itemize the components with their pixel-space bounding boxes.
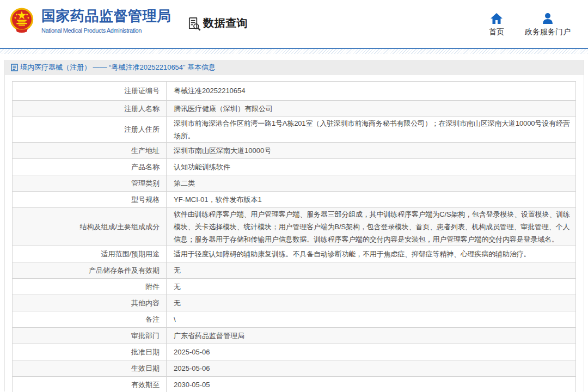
user-icon bbox=[542, 13, 554, 24]
nav-gov-portal[interactable]: 政务服务门户 bbox=[525, 13, 571, 37]
table-row: 结构及组成/主要组成成分软件由训练程序客户端、用户管理客户端、服务器三部分组成，… bbox=[13, 208, 576, 246]
row-value: 深圳市南山区深南大道10000号 bbox=[167, 143, 576, 159]
row-label: 产品名称 bbox=[13, 159, 167, 175]
row-label: 注册证编号 bbox=[13, 82, 167, 101]
row-label: 其他内容 bbox=[13, 295, 167, 311]
row-label: 适用范围/预期用途 bbox=[13, 246, 167, 262]
table-row: 其他内容无 bbox=[13, 295, 576, 311]
data-query-heading: 数据查询 bbox=[187, 15, 248, 31]
row-value: 软件由训练程序客户端、用户管理客户端、服务器三部分组成，其中训练程序客户端为C/… bbox=[167, 208, 576, 246]
row-value: 认知功能训练软件 bbox=[167, 159, 576, 175]
table-row: 注册人住所深圳市前海深港合作区前湾一路1号A栋201室（入驻深圳市前海商务秘书有… bbox=[13, 117, 576, 143]
national-emblem-logo bbox=[9, 6, 34, 34]
site-title: 国家药品监督管理局 bbox=[41, 8, 171, 24]
table-row: 注册人名称腾讯医疗健康（深圳）有限公司 bbox=[13, 101, 576, 117]
home-icon bbox=[491, 13, 503, 24]
table-row: 备注\ bbox=[13, 311, 576, 328]
row-value: 第二类 bbox=[167, 175, 576, 192]
row-value: 2025-05-06 bbox=[167, 360, 576, 377]
table-row: 生产地址深圳市南山区深南大道10000号 bbox=[13, 143, 576, 159]
document-icon bbox=[11, 64, 18, 71]
table-row: 适用范围/预期用途适用于轻度认知障碍的辅助康复训练。不具备自动诊断功能，不用于焦… bbox=[13, 246, 576, 262]
row-value: 腾讯医疗健康（深圳）有限公司 bbox=[167, 101, 576, 117]
row-value: 适用于轻度认知障碍的辅助康复训练。不具备自动诊断功能，不用于焦虑症、抑郁症等精神… bbox=[167, 246, 576, 262]
table-row: 产品储存条件及有效期无 bbox=[13, 262, 576, 279]
nav-home[interactable]: 首页 bbox=[489, 13, 504, 37]
site-subtitle: National Medical Products Administration bbox=[41, 27, 171, 34]
info-table: 注册证编号粤械注准20252210654注册人名称腾讯医疗健康（深圳）有限公司注… bbox=[12, 81, 576, 392]
table-row: 有效期至2030-05-05 bbox=[13, 377, 576, 392]
row-value: \ bbox=[167, 311, 576, 328]
row-value: YF-MCI-01，软件发布版本1 bbox=[167, 192, 576, 208]
table-row: 附件无 bbox=[13, 279, 576, 295]
content-frame: 境内医疗器械（注册） —— “粤械注准20252210654” 基本信息 注册证… bbox=[4, 60, 584, 391]
table-row: 管理类别第二类 bbox=[13, 175, 576, 192]
table-row: 批准日期2025-05-06 bbox=[13, 344, 576, 360]
row-label: 产品储存条件及有效期 bbox=[13, 262, 167, 279]
table-row: 型号规格YF-MCI-01，软件发布版本1 bbox=[13, 192, 576, 208]
row-label: 备注 bbox=[13, 311, 167, 328]
breadcrumb-text[interactable]: 境内医疗器械（注册） —— “粤械注准20252210654” 基本信息 bbox=[20, 63, 216, 72]
row-value: 无 bbox=[167, 295, 576, 311]
row-label: 注册人住所 bbox=[13, 117, 167, 143]
table-row: 产品名称认知功能训练软件 bbox=[13, 159, 576, 175]
row-value: 无 bbox=[167, 279, 576, 295]
breadcrumb: 境内医疗器械（注册） —— “粤械注准20252210654” 基本信息 bbox=[5, 60, 584, 75]
row-value: 深圳市前海深港合作区前湾一路1号A栋201室（入驻深圳市前海商务秘书有限公司）；… bbox=[167, 117, 576, 143]
row-label: 结构及组成/主要组成成分 bbox=[13, 208, 167, 246]
row-value: 广东省药品监督管理局 bbox=[167, 328, 576, 344]
row-value: 无 bbox=[167, 262, 576, 279]
header-divider-hatch bbox=[0, 49, 588, 54]
row-label: 型号规格 bbox=[13, 192, 167, 208]
row-value: 2025-05-06 bbox=[167, 344, 576, 360]
site-title-block: 国家药品监督管理局 National Medical Products Admi… bbox=[41, 8, 171, 34]
data-query-icon bbox=[187, 16, 201, 31]
row-label: 有效期至 bbox=[13, 377, 167, 392]
row-label: 审批部门 bbox=[13, 328, 167, 344]
row-label: 生效日期 bbox=[13, 360, 167, 377]
row-label: 附件 bbox=[13, 279, 167, 295]
site-header: 国家药品监督管理局 National Medical Products Admi… bbox=[0, 0, 588, 48]
row-label: 生产地址 bbox=[13, 143, 167, 159]
info-table-body: 注册证编号粤械注准20252210654注册人名称腾讯医疗健康（深圳）有限公司注… bbox=[13, 82, 576, 392]
row-value: 2030-05-05 bbox=[167, 377, 576, 392]
table-row: 生效日期2025-05-06 bbox=[13, 360, 576, 377]
top-nav: 首页 政务服务门户 bbox=[489, 13, 571, 37]
row-label: 管理类别 bbox=[13, 175, 167, 192]
row-label: 批准日期 bbox=[13, 344, 167, 360]
row-value: 粤械注准20252210654 bbox=[167, 82, 576, 101]
table-row: 注册证编号粤械注准20252210654 bbox=[13, 82, 576, 101]
table-row: 审批部门广东省药品监督管理局 bbox=[13, 328, 576, 344]
row-label: 注册人名称 bbox=[13, 101, 167, 117]
